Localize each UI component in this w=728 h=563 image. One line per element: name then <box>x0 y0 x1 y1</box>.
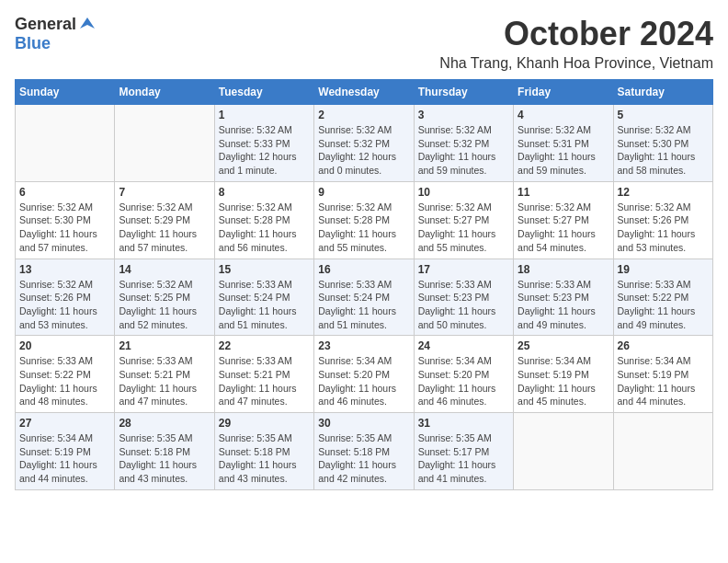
calendar-cell: 11Sunrise: 5:32 AM Sunset: 5:27 PM Dayli… <box>514 181 613 259</box>
calendar-cell: 21Sunrise: 5:33 AM Sunset: 5:21 PM Dayli… <box>115 336 214 413</box>
calendar-cell: 27Sunrise: 5:34 AM Sunset: 5:19 PM Dayli… <box>16 413 115 490</box>
calendar-cell: 15Sunrise: 5:33 AM Sunset: 5:24 PM Dayli… <box>214 259 313 336</box>
calendar-cell: 5Sunrise: 5:32 AM Sunset: 5:30 PM Daylig… <box>613 105 712 182</box>
logo: General Blue <box>15 15 97 53</box>
title-area: October 2024 Nha Trang, Khanh Hoa Provin… <box>439 15 713 72</box>
day-number: 26 <box>618 339 709 352</box>
calendar-cell <box>16 105 115 182</box>
calendar-cell: 30Sunrise: 5:35 AM Sunset: 5:18 PM Dayli… <box>314 413 414 490</box>
header-day-tuesday: Tuesday <box>214 80 313 105</box>
header-day-wednesday: Wednesday <box>314 80 414 105</box>
calendar-cell: 1Sunrise: 5:32 AM Sunset: 5:33 PM Daylig… <box>214 105 313 182</box>
location-title: Nha Trang, Khanh Hoa Province, Vietnam <box>439 55 713 72</box>
calendar-cell <box>514 413 613 490</box>
day-detail: Sunrise: 5:32 AM Sunset: 5:28 PM Dayligh… <box>318 201 409 255</box>
calendar-cell: 31Sunrise: 5:35 AM Sunset: 5:17 PM Dayli… <box>414 413 513 490</box>
day-detail: Sunrise: 5:32 AM Sunset: 5:32 PM Dayligh… <box>418 123 509 178</box>
day-number: 13 <box>19 263 110 276</box>
calendar-cell: 29Sunrise: 5:35 AM Sunset: 5:18 PM Dayli… <box>214 413 313 490</box>
day-number: 7 <box>119 186 210 199</box>
day-number: 30 <box>318 417 409 430</box>
calendar-cell: 17Sunrise: 5:33 AM Sunset: 5:23 PM Dayli… <box>414 259 513 336</box>
day-detail: Sunrise: 5:34 AM Sunset: 5:20 PM Dayligh… <box>318 354 409 408</box>
calendar-cell: 22Sunrise: 5:33 AM Sunset: 5:21 PM Dayli… <box>214 336 313 413</box>
day-number: 6 <box>19 186 110 199</box>
day-number: 14 <box>119 263 210 276</box>
calendar-cell <box>115 105 214 182</box>
day-detail: Sunrise: 5:32 AM Sunset: 5:32 PM Dayligh… <box>318 123 409 178</box>
calendar-cell: 24Sunrise: 5:34 AM Sunset: 5:20 PM Dayli… <box>414 336 513 413</box>
day-detail: Sunrise: 5:32 AM Sunset: 5:29 PM Dayligh… <box>119 201 210 255</box>
calendar-week-row: 13Sunrise: 5:32 AM Sunset: 5:26 PM Dayli… <box>16 259 713 336</box>
day-detail: Sunrise: 5:33 AM Sunset: 5:23 PM Dayligh… <box>418 278 509 332</box>
svg-marker-0 <box>80 17 95 29</box>
day-detail: Sunrise: 5:34 AM Sunset: 5:19 PM Dayligh… <box>19 431 110 486</box>
day-detail: Sunrise: 5:35 AM Sunset: 5:17 PM Dayligh… <box>418 431 509 486</box>
day-number: 31 <box>418 417 509 430</box>
calendar-cell: 26Sunrise: 5:34 AM Sunset: 5:19 PM Dayli… <box>613 336 712 413</box>
day-number: 5 <box>618 109 709 121</box>
day-number: 2 <box>318 109 409 121</box>
calendar-cell: 8Sunrise: 5:32 AM Sunset: 5:28 PM Daylig… <box>214 181 313 259</box>
day-detail: Sunrise: 5:32 AM Sunset: 5:27 PM Dayligh… <box>518 201 609 255</box>
calendar-week-row: 1Sunrise: 5:32 AM Sunset: 5:33 PM Daylig… <box>16 105 713 182</box>
day-detail: Sunrise: 5:32 AM Sunset: 5:30 PM Dayligh… <box>618 123 709 178</box>
calendar-cell: 4Sunrise: 5:32 AM Sunset: 5:31 PM Daylig… <box>514 105 613 182</box>
calendar-cell: 28Sunrise: 5:35 AM Sunset: 5:18 PM Dayli… <box>115 413 214 490</box>
calendar-cell: 20Sunrise: 5:33 AM Sunset: 5:22 PM Dayli… <box>16 336 115 413</box>
day-detail: Sunrise: 5:32 AM Sunset: 5:30 PM Dayligh… <box>19 201 110 255</box>
day-detail: Sunrise: 5:33 AM Sunset: 5:22 PM Dayligh… <box>618 278 709 332</box>
day-number: 29 <box>219 417 310 430</box>
calendar-header-row: SundayMondayTuesdayWednesdayThursdayFrid… <box>16 80 713 105</box>
day-detail: Sunrise: 5:32 AM Sunset: 5:26 PM Dayligh… <box>19 278 110 332</box>
day-detail: Sunrise: 5:35 AM Sunset: 5:18 PM Dayligh… <box>219 431 310 486</box>
calendar-cell: 7Sunrise: 5:32 AM Sunset: 5:29 PM Daylig… <box>115 181 214 259</box>
logo-blue-text: Blue <box>15 34 51 52</box>
day-number: 23 <box>318 339 409 352</box>
day-number: 10 <box>418 186 509 199</box>
day-detail: Sunrise: 5:34 AM Sunset: 5:20 PM Dayligh… <box>418 354 509 408</box>
header-day-friday: Friday <box>514 80 613 105</box>
day-detail: Sunrise: 5:35 AM Sunset: 5:18 PM Dayligh… <box>119 431 210 486</box>
calendar-cell: 2Sunrise: 5:32 AM Sunset: 5:32 PM Daylig… <box>314 105 414 182</box>
day-detail: Sunrise: 5:32 AM Sunset: 5:26 PM Dayligh… <box>618 201 709 255</box>
header-day-sunday: Sunday <box>16 80 115 105</box>
day-number: 16 <box>318 263 409 276</box>
calendar-cell <box>613 413 712 490</box>
day-number: 19 <box>618 263 709 276</box>
calendar-cell: 14Sunrise: 5:32 AM Sunset: 5:25 PM Dayli… <box>115 259 214 336</box>
day-detail: Sunrise: 5:34 AM Sunset: 5:19 PM Dayligh… <box>518 354 609 408</box>
calendar-week-row: 6Sunrise: 5:32 AM Sunset: 5:30 PM Daylig… <box>16 181 713 259</box>
logo-general-text: General <box>15 15 76 34</box>
day-number: 8 <box>219 186 310 199</box>
day-detail: Sunrise: 5:33 AM Sunset: 5:22 PM Dayligh… <box>19 354 110 408</box>
calendar-cell: 23Sunrise: 5:34 AM Sunset: 5:20 PM Dayli… <box>314 336 414 413</box>
header-day-thursday: Thursday <box>414 80 513 105</box>
calendar-cell: 18Sunrise: 5:33 AM Sunset: 5:23 PM Dayli… <box>514 259 613 336</box>
calendar-table: SundayMondayTuesdayWednesdayThursdayFrid… <box>15 79 713 490</box>
logo-bird-icon <box>78 16 97 34</box>
day-number: 18 <box>518 263 609 276</box>
header-day-saturday: Saturday <box>613 80 712 105</box>
calendar-cell: 10Sunrise: 5:32 AM Sunset: 5:27 PM Dayli… <box>414 181 513 259</box>
day-number: 27 <box>19 417 110 430</box>
calendar-cell: 6Sunrise: 5:32 AM Sunset: 5:30 PM Daylig… <box>16 181 115 259</box>
day-detail: Sunrise: 5:33 AM Sunset: 5:23 PM Dayligh… <box>518 278 609 332</box>
calendar-cell: 12Sunrise: 5:32 AM Sunset: 5:26 PM Dayli… <box>613 181 712 259</box>
day-detail: Sunrise: 5:34 AM Sunset: 5:19 PM Dayligh… <box>618 354 709 408</box>
day-number: 20 <box>19 339 110 352</box>
calendar-cell: 13Sunrise: 5:32 AM Sunset: 5:26 PM Dayli… <box>16 259 115 336</box>
day-detail: Sunrise: 5:32 AM Sunset: 5:33 PM Dayligh… <box>219 123 310 178</box>
day-detail: Sunrise: 5:35 AM Sunset: 5:18 PM Dayligh… <box>318 431 409 486</box>
calendar-cell: 9Sunrise: 5:32 AM Sunset: 5:28 PM Daylig… <box>314 181 414 259</box>
calendar-cell: 16Sunrise: 5:33 AM Sunset: 5:24 PM Dayli… <box>314 259 414 336</box>
calendar-cell: 25Sunrise: 5:34 AM Sunset: 5:19 PM Dayli… <box>514 336 613 413</box>
day-number: 15 <box>219 263 310 276</box>
day-number: 21 <box>119 339 210 352</box>
day-number: 1 <box>219 109 310 121</box>
day-detail: Sunrise: 5:32 AM Sunset: 5:31 PM Dayligh… <box>518 123 609 178</box>
day-detail: Sunrise: 5:33 AM Sunset: 5:21 PM Dayligh… <box>119 354 210 408</box>
calendar-week-row: 20Sunrise: 5:33 AM Sunset: 5:22 PM Dayli… <box>16 336 713 413</box>
day-number: 12 <box>618 186 709 199</box>
day-number: 11 <box>518 186 609 199</box>
